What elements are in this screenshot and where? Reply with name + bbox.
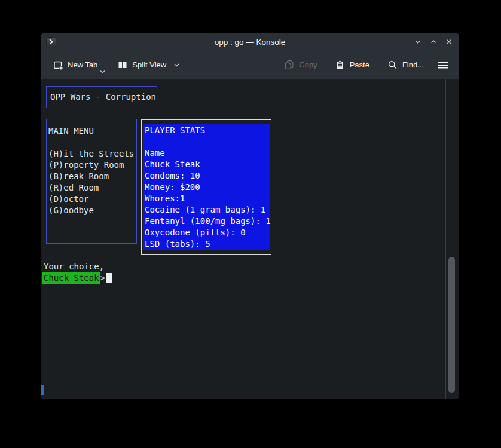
new-tab-label: New Tab: [68, 60, 97, 69]
new-tab-button[interactable]: New Tab: [52, 58, 99, 72]
prompt-text: Your choice,: [44, 261, 104, 272]
terminal-line: PLAYER STATS: [145, 125, 270, 136]
find-label: Find...: [402, 60, 424, 69]
terminal-line: (G)oodbye: [48, 205, 136, 216]
window-controls: [413, 37, 454, 47]
maximize-button[interactable]: [428, 37, 438, 47]
find-button[interactable]: Find...: [386, 57, 425, 72]
konsole-app-icon: [46, 37, 56, 47]
window-title: opp : go — Konsole: [77, 38, 423, 47]
terminal-prompt-icon: [48, 38, 55, 45]
terminal-line: (R)ed Room: [48, 182, 136, 194]
scrollbar-thumb[interactable]: [448, 257, 455, 393]
hamburger-menu-button[interactable]: [436, 58, 450, 72]
paste-button[interactable]: Paste: [334, 58, 371, 72]
terminal-line: Name: [145, 148, 270, 159]
split-view-label: Split View: [132, 60, 166, 69]
copy-label: Copy: [299, 60, 317, 69]
titlebar[interactable]: opp : go — Konsole: [41, 33, 459, 51]
input-prompt-line: Chuck Steak>: [42, 272, 112, 284]
game-title-text: OPP Wars - Corruption: [50, 91, 156, 103]
copy-icon: [284, 60, 294, 70]
close-icon: [444, 37, 454, 47]
player-name-highlight: Chuck Steak: [42, 272, 100, 284]
copy-button[interactable]: Copy: [283, 57, 318, 72]
scrollbar-track[interactable]: [445, 79, 446, 399]
paste-label: Paste: [350, 60, 369, 69]
split-view-button[interactable]: Split View: [117, 58, 182, 72]
main-menu-box: MAIN MENU(H)it the Streets(P)roperty Roo…: [46, 119, 137, 244]
new-tab-dropdown-chevron-icon: [100, 70, 105, 74]
terminal-line: Whores:1: [145, 193, 270, 204]
terminal-line: [145, 136, 270, 148]
konsole-window: opp : go — Konsole: [41, 33, 459, 399]
split-view-icon: [118, 60, 127, 70]
player-stats-box: PLAYER STATSNameChuck SteakCondoms: 10Mo…: [141, 119, 271, 255]
terminal-line: (B)reak Room: [48, 171, 136, 182]
terminal-cursor: [106, 273, 112, 283]
terminal-line: Oxycodone (pills): 0: [145, 227, 270, 238]
chevron-up-icon: [429, 37, 438, 47]
terminal-line: Condoms: 10: [145, 170, 270, 182]
game-title-box: OPP Wars - Corruption: [46, 86, 157, 108]
toolbar: New Tab Split View Copy: [41, 51, 459, 79]
terminal-line: LSD (tabs): 5: [145, 238, 270, 250]
search-icon: [387, 60, 398, 70]
terminal-view[interactable]: OPP Wars - Corruption MAIN MENU(H)it the…: [41, 79, 459, 399]
paste-icon: [335, 60, 345, 70]
terminal-line: (H)it the Streets: [48, 148, 136, 159]
hamburger-menu-icon: [437, 60, 449, 70]
terminal-line: MAIN MENU: [48, 125, 136, 137]
split-view-chevron-down-icon: [173, 61, 181, 69]
chevron-down-icon: [413, 37, 423, 47]
player-stats-panel: PLAYER STATSNameChuck SteakCondoms: 10Mo…: [143, 124, 270, 250]
prompt-caret-char: >: [100, 272, 105, 284]
minimize-button[interactable]: [413, 37, 423, 47]
terminal-line: (P)roperty Room: [48, 159, 136, 171]
terminal-line: [48, 137, 136, 148]
terminal-line: (D)octor: [48, 194, 136, 205]
new-output-indicator: [41, 385, 44, 395]
terminal-line: Money: $200: [145, 182, 270, 193]
new-tab-icon: [53, 60, 63, 70]
terminal-line: Chuck Steak: [145, 159, 270, 170]
terminal-line: Cocaine (1 gram bags): 1: [145, 204, 270, 216]
terminal-line: Fentanyl (100/mg bags): 1: [145, 216, 270, 227]
close-button[interactable]: [444, 37, 454, 47]
